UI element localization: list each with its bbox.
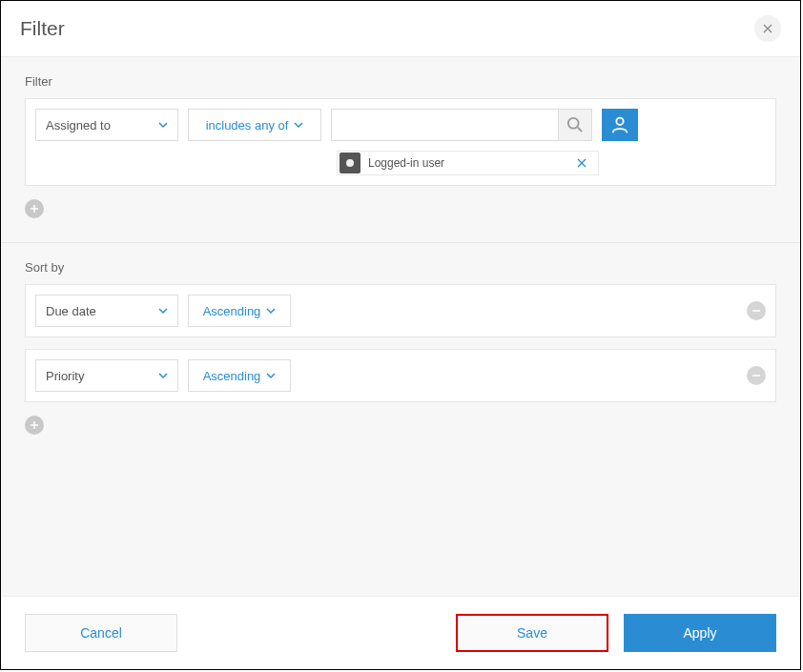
person-picker-button[interactable] (602, 109, 638, 141)
filter-field-label: Assigned to (46, 118, 111, 132)
filter-field-select[interactable]: Assigned to (35, 109, 178, 141)
sort-field-select[interactable]: Priority (35, 359, 178, 392)
filter-value-input[interactable] (331, 109, 558, 141)
filter-section: Filter Assigned to includes any of (1, 57, 800, 243)
dialog-title: Filter (20, 17, 65, 40)
sort-direction-label: Ascending (203, 304, 261, 318)
chevron-down-icon (266, 372, 276, 379)
search-icon (566, 116, 584, 133)
chip-remove-button[interactable] (573, 155, 590, 171)
close-button[interactable] (754, 15, 781, 42)
chevron-down-icon (158, 307, 168, 315)
sort-field-label: Due date (46, 304, 96, 318)
filter-dialog: Filter Filter Assigned to includes any o… (0, 0, 801, 670)
filter-operator-label: includes any of (206, 118, 289, 132)
plus-icon (30, 204, 39, 214)
plus-icon (30, 420, 39, 430)
minus-icon (752, 371, 761, 380)
svg-point-2 (616, 118, 623, 125)
add-filter-button[interactable] (25, 199, 44, 218)
remove-sort-button[interactable] (747, 366, 766, 385)
chip-user-icon (340, 153, 360, 173)
remove-sort-button[interactable] (747, 301, 766, 320)
sort-row-0: Due date Ascending (25, 284, 776, 337)
save-button[interactable]: Save (456, 614, 608, 652)
svg-line-1 (578, 128, 583, 132)
search-button[interactable] (558, 109, 592, 141)
cancel-button[interactable]: Cancel (25, 614, 177, 652)
filter-card: Assigned to includes any of (25, 98, 776, 186)
sort-direction-label: Ascending (203, 369, 261, 383)
dialog-footer: Cancel Save Apply (1, 596, 800, 669)
person-icon (609, 114, 630, 135)
sort-field-label: Priority (46, 369, 84, 383)
chevron-down-icon (158, 372, 168, 379)
sort-row-1: Priority Ascending (25, 349, 776, 402)
search-group (331, 109, 592, 141)
filter-operator-select[interactable]: includes any of (188, 109, 321, 141)
minus-icon (752, 306, 761, 316)
chevron-down-icon (266, 307, 276, 315)
close-icon (577, 158, 587, 168)
dialog-content: Filter Assigned to includes any of (1, 57, 800, 596)
sort-section-label: Sort by (25, 260, 776, 275)
dialog-header: Filter (1, 1, 800, 57)
add-sort-button[interactable] (25, 416, 44, 435)
close-icon (763, 24, 772, 33)
chevron-down-icon (294, 121, 303, 129)
svg-point-3 (346, 159, 354, 167)
sort-field-select[interactable]: Due date (35, 295, 178, 327)
apply-button[interactable]: Apply (624, 614, 776, 652)
sort-section: Sort by Due date Ascending Priority (1, 243, 800, 452)
filter-section-label: Filter (25, 74, 776, 89)
sort-direction-select[interactable]: Ascending (188, 295, 291, 327)
chevron-down-icon (158, 121, 168, 129)
filter-chip: Logged-in user (337, 151, 599, 175)
svg-point-0 (568, 118, 579, 129)
chip-label: Logged-in user (362, 156, 573, 170)
sort-direction-select[interactable]: Ascending (188, 359, 291, 392)
filter-row: Assigned to includes any of (35, 109, 766, 141)
